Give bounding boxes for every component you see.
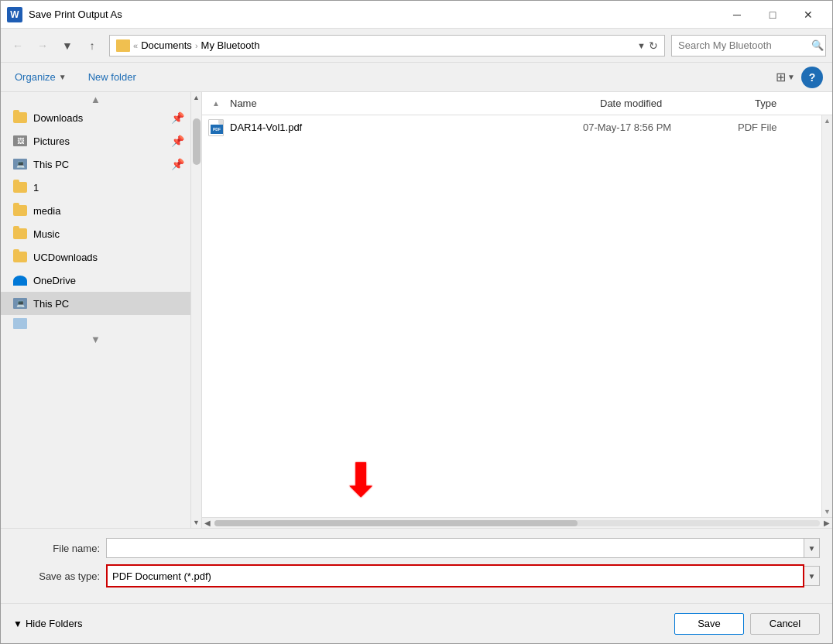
- address-bar[interactable]: « Documents › My Bluetooth ▼ ↻: [109, 35, 665, 57]
- column-type[interactable]: Type: [749, 98, 826, 109]
- sidebar-item-onedrive-label: OneDrive: [33, 275, 76, 286]
- sidebar-scroll-track: [191, 103, 201, 517]
- sidebar-item-ucdownloads[interactable]: UCDownloads: [1, 245, 190, 269]
- new-folder-button[interactable]: New folder: [84, 68, 141, 86]
- downloads-folder-icon: [13, 111, 27, 124]
- save-button[interactable]: Save: [674, 613, 744, 635]
- view-dropdown-icon: ▼: [787, 73, 795, 81]
- sidebar-item-this-pc-top-label: This PC: [33, 159, 69, 170]
- pdf-icon: PDF: [208, 119, 224, 136]
- save-as-type-label: Save as type:: [13, 570, 106, 582]
- h-scroll-thumb[interactable]: [214, 520, 578, 526]
- address-refresh-button[interactable]: ↻: [649, 39, 658, 52]
- address-text: « Documents › My Bluetooth: [133, 39, 259, 51]
- file-scroll-up[interactable]: ▲: [208, 96, 224, 111]
- onedrive-icon: [13, 274, 27, 286]
- column-name[interactable]: Name: [224, 98, 594, 109]
- this-pc-top-icon: 💻: [13, 158, 27, 170]
- h-scroll-right-btn[interactable]: ▶: [821, 518, 832, 529]
- toolbar-right: ⊞ ▼ ?: [773, 67, 823, 88]
- sidebar-item-media[interactable]: media: [1, 199, 190, 222]
- file-content: PDF DAR14-Vol1.pdf 07-May-17 8:56 PM PDF…: [202, 115, 832, 517]
- file-type: PDF File: [738, 122, 815, 133]
- organize-dropdown-icon: ▼: [59, 73, 67, 81]
- sidebar-scroll-up[interactable]: ▲: [1, 92, 190, 106]
- address-part-documents[interactable]: Documents: [141, 39, 192, 51]
- bottom-form-section: File name: ▼ Save as type: ▼: [1, 528, 832, 603]
- sidebar-item-folder1[interactable]: 1: [1, 176, 190, 199]
- minimize-button[interactable]: ─: [719, 1, 755, 29]
- sidebar-item-onedrive[interactable]: OneDrive: [1, 269, 190, 292]
- footer-buttons: Save Cancel: [674, 613, 820, 635]
- save-as-type-row: Save as type: ▼: [13, 564, 820, 587]
- this-pc-icon: 💻: [13, 297, 27, 310]
- help-button[interactable]: ?: [801, 67, 823, 88]
- media-folder-icon: [13, 204, 27, 217]
- address-chevron: «: [133, 41, 138, 50]
- address-part-bluetooth[interactable]: My Bluetooth: [201, 39, 260, 51]
- sidebar-item-downloads[interactable]: Downloads 📌: [1, 106, 190, 129]
- forward-button[interactable]: →: [32, 35, 53, 57]
- save-as-type-dropdown[interactable]: ▼: [804, 566, 820, 586]
- sidebar-scrollbar: ▲ ▼: [190, 92, 201, 528]
- file-date-modified: 07-May-17 8:56 PM: [583, 122, 738, 133]
- up-button[interactable]: ↑: [81, 35, 103, 57]
- sidebar-item-this-pc[interactable]: 💻 This PC: [1, 292, 190, 315]
- file-list-header: ▲ Name Date modified Type: [202, 92, 832, 115]
- toolbar: Organize ▼ New folder ⊞ ▼ ?: [1, 63, 832, 92]
- save-as-type-input[interactable]: [108, 566, 803, 586]
- nav-dropdown-button[interactable]: ▼: [57, 35, 78, 57]
- save-dialog: W Save Print Output As ─ □ ✕ ← → ▼ ↑ « D…: [0, 0, 833, 644]
- file-name-dropdown[interactable]: ▼: [804, 538, 820, 558]
- file-name-input[interactable]: [106, 538, 804, 558]
- pdf-file-icon: PDF: [208, 120, 224, 135]
- sidebar: ▲ Downloads 📌 🖼 Pictures 📌: [1, 92, 202, 528]
- ucdownloads-folder-icon: [13, 251, 27, 263]
- dialog-title: Save Print Output As: [29, 9, 719, 20]
- title-bar: W Save Print Output As ─ □ ✕: [1, 1, 832, 29]
- main-content: ▲ Downloads 📌 🖼 Pictures 📌: [1, 92, 832, 528]
- file-scrollbar: ▲ ▼: [821, 115, 832, 517]
- app-icon: W: [7, 7, 22, 22]
- address-separator: ›: [195, 41, 198, 50]
- search-icon[interactable]: 🔍: [811, 39, 824, 51]
- table-row[interactable]: PDF DAR14-Vol1.pdf 07-May-17 8:56 PM PDF…: [202, 115, 821, 140]
- column-date-modified[interactable]: Date modified: [594, 98, 749, 109]
- maximize-button[interactable]: □: [755, 1, 790, 29]
- sidebar-scroll-down[interactable]: ▼: [1, 332, 190, 346]
- address-dropdown-arrow[interactable]: ▼: [637, 41, 646, 50]
- organize-button[interactable]: Organize ▼: [10, 68, 71, 86]
- view-icon: ⊞: [776, 70, 786, 84]
- sidebar-item-music[interactable]: Music: [1, 222, 190, 245]
- sidebar-item-ucdownloads-label: UCDownloads: [33, 252, 98, 263]
- sidebar-item-this-pc-top[interactable]: 💻 This PC 📌: [1, 152, 190, 176]
- hide-folders-label: Hide Folders: [26, 618, 83, 629]
- title-bar-controls: ─ □ ✕: [719, 1, 826, 29]
- navigation-bar: ← → ▼ ↑ « Documents › My Bluetooth ▼ ↻ 🔍: [1, 29, 832, 63]
- cancel-button[interactable]: Cancel: [750, 613, 820, 635]
- sidebar-item-music-label: Music: [33, 228, 60, 240]
- save-as-type-wrapper: [106, 564, 804, 587]
- music-folder-icon: [13, 228, 27, 240]
- h-scroll-left-btn[interactable]: ◀: [202, 518, 213, 529]
- search-input[interactable]: [678, 39, 808, 51]
- hide-folders-arrow-icon: ▼: [13, 618, 22, 629]
- file-list-area: PDF DAR14-Vol1.pdf 07-May-17 8:56 PM PDF…: [202, 115, 821, 517]
- close-button[interactable]: ✕: [790, 1, 826, 29]
- file-scroll-up-btn[interactable]: ▲: [822, 115, 832, 126]
- sidebar-scroll-down-btn[interactable]: ▼: [191, 517, 201, 528]
- back-button[interactable]: ←: [7, 35, 29, 57]
- view-button[interactable]: ⊞ ▼: [773, 67, 798, 87]
- file-name-label: File name:: [13, 543, 106, 554]
- file-name: DAR14-Vol1.pdf: [230, 122, 583, 133]
- file-name-row: File name: ▼: [13, 538, 820, 558]
- pictures-pin-icon: 📌: [171, 135, 184, 147]
- sidebar-item-pictures[interactable]: 🖼 Pictures 📌: [1, 129, 190, 152]
- sidebar-scroll-up-btn[interactable]: ▲: [191, 92, 201, 103]
- h-scroll-track: [214, 520, 820, 526]
- downloads-pin-icon: 📌: [171, 111, 184, 124]
- file-scroll-down-btn[interactable]: ▼: [822, 506, 832, 517]
- sidebar-scroll-thumb[interactable]: [193, 118, 201, 165]
- hide-folders-button[interactable]: ▼ Hide Folders: [13, 618, 83, 629]
- file-scroll-track: [822, 126, 832, 506]
